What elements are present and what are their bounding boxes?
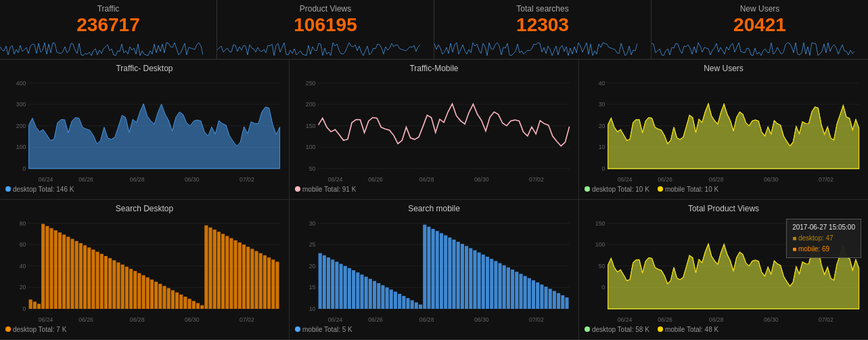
chart-title-new-users-chart: New Users: [585, 64, 863, 73]
svg-rect-123: [259, 253, 262, 309]
svg-rect-155: [356, 272, 359, 309]
chart-legend-search-mobile: mobile Total: 5 K: [295, 326, 573, 333]
svg-rect-74: [54, 230, 58, 309]
chart-tooltip: 2017-06-27 15:05:00 ■ desktop: 47 ■ mobi…: [786, 219, 861, 258]
svg-rect-82: [87, 247, 91, 309]
svg-rect-160: [377, 283, 380, 309]
svg-rect-71: [41, 224, 45, 309]
svg-rect-193: [515, 272, 518, 309]
svg-text:06/30: 06/30: [474, 176, 489, 183]
svg-rect-197: [532, 280, 535, 309]
svg-rect-111: [208, 228, 212, 309]
svg-rect-91: [125, 267, 129, 309]
legend-item-traffic-mobile-0: mobile Total: 91 K: [295, 186, 356, 193]
svg-text:07/02: 07/02: [239, 176, 254, 183]
svg-text:06/30: 06/30: [474, 316, 489, 323]
svg-rect-83: [91, 250, 95, 309]
svg-rect-89: [116, 262, 120, 308]
svg-rect-117: [234, 240, 237, 309]
svg-text:06/28: 06/28: [419, 176, 434, 183]
svg-rect-201: [549, 289, 552, 308]
stat-card-product-views: Product Views 106195: [217, 0, 434, 59]
svg-text:80: 80: [20, 220, 26, 227]
svg-text:25: 25: [309, 241, 316, 248]
svg-rect-163: [390, 289, 393, 308]
sparkline-total-searches: [434, 39, 637, 59]
svg-rect-125: [267, 257, 271, 309]
stat-value-total-searches: 12303: [441, 15, 644, 36]
chart-legend-search-desktop: desktop Total: 7 K: [5, 326, 283, 333]
chart-svg-search-mobile: 30252015105006/2406/2606/2806/3007/02: [295, 216, 573, 323]
stat-label-total-searches: Total searches: [441, 4, 644, 14]
svg-text:10: 10: [599, 144, 606, 151]
charts-area: Traffic- Desktop400300200100006/2406/260…: [0, 60, 868, 340]
svg-rect-177: [448, 238, 451, 309]
svg-text:06/24: 06/24: [328, 316, 343, 323]
svg-rect-106: [188, 299, 191, 309]
svg-text:06/26: 06/26: [78, 316, 93, 323]
stat-label-traffic: Traffic: [7, 4, 210, 14]
svg-rect-173: [432, 229, 435, 309]
svg-text:300: 300: [16, 101, 26, 108]
chart-legend-total-product-views: desktop Total: 58 Kmobile Total: 48 K: [585, 326, 863, 333]
svg-rect-156: [360, 274, 363, 309]
svg-text:06/30: 06/30: [764, 176, 779, 183]
svg-rect-159: [373, 281, 376, 309]
svg-text:10: 10: [309, 305, 316, 312]
chart-legend-new-users-chart: desktop Total: 10 Kmobile Total: 10 K: [585, 186, 863, 193]
svg-rect-204: [561, 295, 564, 309]
chart-svg-traffic-desktop: 400300200100006/2406/2606/2806/3007/02: [5, 76, 283, 183]
stat-value-traffic: 236717: [7, 15, 210, 36]
svg-text:30: 30: [309, 220, 316, 227]
svg-rect-97: [150, 280, 154, 309]
svg-rect-69: [33, 301, 37, 309]
svg-rect-147: [323, 255, 326, 309]
svg-rect-192: [511, 270, 514, 309]
chart-legend-traffic-mobile: mobile Total: 91 K: [295, 186, 573, 193]
svg-rect-153: [348, 268, 351, 309]
svg-rect-87: [108, 258, 112, 309]
svg-rect-108: [196, 303, 200, 309]
svg-rect-124: [263, 255, 267, 309]
svg-rect-104: [179, 295, 183, 309]
svg-text:40: 40: [599, 80, 606, 87]
chart-svg-search-desktop: 80604020006/2406/2606/2806/3007/02: [5, 216, 283, 323]
chart-panel-total-product-views: Total Product Views 2017-06-27 15:05:00 …: [579, 200, 868, 339]
svg-text:07/02: 07/02: [529, 316, 544, 323]
chart-title-search-mobile: Search mobile: [295, 204, 573, 213]
svg-text:06/28: 06/28: [419, 316, 434, 323]
svg-rect-189: [498, 263, 501, 309]
svg-rect-174: [436, 231, 439, 309]
chart-panel-search-mobile: Search mobile30252015105006/2406/2606/28…: [290, 200, 579, 339]
svg-text:200: 200: [306, 101, 316, 108]
svg-rect-199: [540, 284, 543, 309]
svg-rect-164: [394, 292, 397, 309]
svg-rect-122: [254, 251, 258, 309]
legend-item-search-desktop-0: desktop Total: 7 K: [5, 326, 66, 333]
svg-rect-152: [344, 266, 347, 309]
svg-rect-77: [66, 237, 70, 309]
svg-rect-70: [37, 304, 41, 309]
legend-item-traffic-desktop-0: desktop Total: 146 K: [5, 186, 74, 193]
svg-text:250: 250: [306, 80, 316, 87]
svg-rect-186: [486, 257, 489, 309]
svg-rect-184: [478, 253, 481, 309]
svg-rect-146: [319, 253, 322, 309]
svg-rect-105: [183, 297, 187, 309]
svg-rect-88: [112, 260, 116, 309]
stat-label-new-users: New Users: [658, 4, 861, 14]
svg-text:06/26: 06/26: [368, 316, 383, 323]
svg-rect-149: [331, 259, 334, 309]
svg-rect-191: [507, 268, 510, 309]
svg-text:0: 0: [601, 165, 605, 172]
svg-rect-181: [465, 246, 468, 309]
svg-rect-158: [369, 279, 372, 309]
svg-rect-168: [411, 300, 414, 309]
svg-text:06/30: 06/30: [185, 176, 200, 183]
svg-rect-179: [457, 242, 460, 309]
svg-rect-92: [129, 269, 133, 309]
chart-panel-traffic-mobile: Traffic-Mobile25020015010050006/2406/260…: [290, 60, 579, 199]
svg-rect-101: [167, 288, 170, 309]
legend-item-search-mobile-0: mobile Total: 5 K: [295, 326, 352, 333]
svg-text:30: 30: [599, 101, 606, 108]
